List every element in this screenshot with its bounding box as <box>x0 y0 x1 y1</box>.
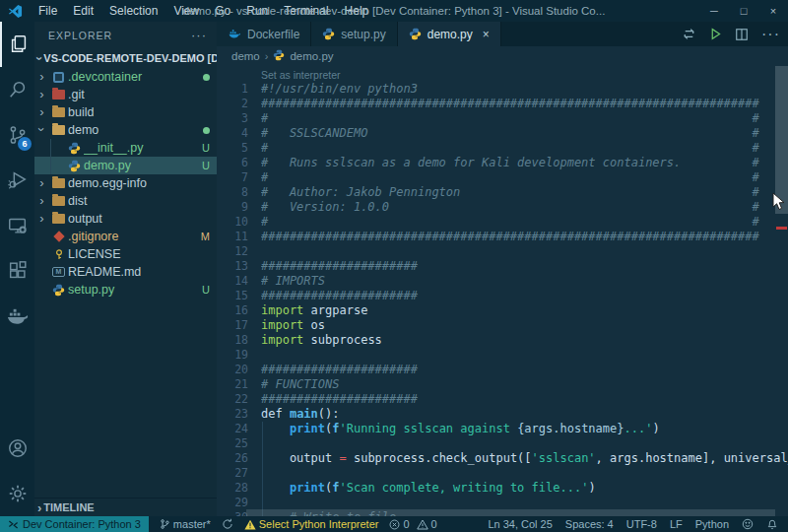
mouse-cursor <box>772 192 785 211</box>
code-line-24: 24 print(f'Running sslscan against {args… <box>217 422 788 436</box>
vscode-window: FileEditSelectionViewGoRunTerminalHelp d… <box>0 0 788 532</box>
tree-item-dist[interactable]: ›dist <box>34 192 217 210</box>
tree-item--devcontainer[interactable]: ›.devcontainer <box>34 68 217 86</box>
menu-selection[interactable]: Selection <box>102 2 164 20</box>
sync-icon[interactable] <box>222 518 233 530</box>
error-icon <box>389 519 400 530</box>
code-line-5: 5# # <box>217 141 788 156</box>
language-mode[interactable]: Python <box>695 518 729 530</box>
minimize-button[interactable]: ─ <box>699 0 729 22</box>
tree-item-label: README.md <box>68 265 210 279</box>
tree-item-output[interactable]: ›output <box>34 210 217 228</box>
menu-view[interactable]: View <box>166 2 206 20</box>
breadcrumb-file[interactable]: demo.py <box>290 50 333 62</box>
tree-item--init-py[interactable]: __init__.pyU <box>34 139 217 157</box>
tree-item-demo-py[interactable]: demo.pyU <box>34 157 217 174</box>
cursor-position[interactable]: Ln 34, Col 25 <box>488 518 552 530</box>
markdown-icon: M <box>49 267 68 277</box>
code-line-4: 4# SSLSCANDEMO # <box>217 126 788 141</box>
tree-item-demo-egg-info[interactable]: ›demo.egg-info <box>34 174 217 192</box>
code-line-29: 29 <box>217 496 788 510</box>
split-editor-icon[interactable] <box>735 28 749 41</box>
more-actions-icon[interactable]: ··· <box>761 26 780 43</box>
tab-setup-py[interactable]: setup.py <box>311 22 397 46</box>
breadcrumb[interactable]: demo › demo.py <box>217 46 788 66</box>
menu-terminal[interactable]: Terminal <box>277 2 335 20</box>
feedback-smiley-icon[interactable] <box>742 518 754 530</box>
chevron-down-icon: › <box>34 56 46 60</box>
status-bar: Dev Container: Python 3 master* Select P… <box>0 516 788 532</box>
encoding[interactable]: UTF-8 <box>626 518 657 530</box>
tree-item--git[interactable]: ›.git <box>34 86 217 103</box>
folder-icon <box>49 214 68 224</box>
tab-demo-py[interactable]: demo.py× <box>398 22 501 46</box>
tree-item-license[interactable]: LICENSE <box>34 245 217 263</box>
tree-item-label: .devcontainer <box>68 70 199 84</box>
menu-edit[interactable]: Edit <box>66 2 100 20</box>
code-line-25: 25 <box>217 436 788 451</box>
eol[interactable]: LF <box>670 518 683 530</box>
gitignore-icon <box>49 233 68 240</box>
code-line-10: 10# # <box>217 215 788 230</box>
activity-bar: 6 <box>0 22 34 516</box>
tree-item-label: setup.py <box>68 283 198 297</box>
git-dot-badge <box>203 71 210 83</box>
run-debug-icon[interactable] <box>0 158 34 203</box>
code-line-11: 11######################################… <box>217 230 788 244</box>
tree-item--gitignore[interactable]: .gitignoreM <box>34 228 217 245</box>
line-number: 1 <box>217 82 248 97</box>
code-line-3: 3# # <box>217 111 788 126</box>
line-number: 26 <box>217 451 248 466</box>
docker-icon[interactable] <box>0 294 34 339</box>
tree-item-setup-py[interactable]: setup.pyU <box>34 281 217 299</box>
remote-indicator[interactable]: Dev Container: Python 3 <box>0 516 149 532</box>
menu-help[interactable]: Help <box>338 2 376 20</box>
search-icon[interactable] <box>0 67 34 112</box>
code-editor[interactable]: Set as interpreter 1#!/usr/bin/env pytho… <box>217 66 788 516</box>
tree-item-readme-md[interactable]: MREADME.md <box>34 263 217 281</box>
chevron-right-icon: › <box>39 88 43 100</box>
folder-icon <box>49 178 68 188</box>
source-control-icon[interactable]: 6 <box>0 112 34 158</box>
menu-run[interactable]: Run <box>239 2 275 20</box>
line-number: 11 <box>217 230 248 244</box>
maximize-button[interactable]: □ <box>729 0 758 22</box>
notifications-bell-icon[interactable] <box>766 518 778 530</box>
tree-item-label: output <box>68 212 210 226</box>
sync-changes-icon[interactable] <box>682 27 696 41</box>
line-number: 20 <box>217 363 248 377</box>
line-number: 9 <box>217 200 248 215</box>
editor-group: Dockerfilesetup.pydemo.py× <box>217 22 788 516</box>
workspace-root-folder[interactable]: › VS-CODE-REMOTE-DEV-DEMO [DEV CO... <box>34 48 217 68</box>
explorer-icon[interactable] <box>0 22 34 67</box>
explorer-actions-icon[interactable]: ··· <box>191 28 207 42</box>
run-file-icon[interactable] <box>709 28 722 40</box>
settings-gear-icon[interactable] <box>0 471 34 516</box>
git-branch-item[interactable]: master* <box>160 518 211 530</box>
tab-dockerfile[interactable]: Dockerfile <box>217 22 311 46</box>
tree-item-build[interactable]: ›build <box>34 103 217 121</box>
indentation[interactable]: Spaces: 4 <box>565 518 614 530</box>
remote-explorer-icon[interactable] <box>0 203 34 248</box>
license-icon <box>49 248 68 261</box>
tree-item-demo[interactable]: ›demo <box>34 121 217 139</box>
code-line-20: 20###################### <box>217 363 788 377</box>
line-number: 2 <box>217 97 248 111</box>
close-tab-icon[interactable]: × <box>483 28 490 41</box>
close-button[interactable]: × <box>758 0 788 22</box>
timeline-section[interactable]: › TIMELINE <box>34 498 217 516</box>
accounts-icon[interactable] <box>0 426 34 471</box>
line-number: 16 <box>217 303 248 318</box>
problems-item[interactable]: 0 0 <box>389 518 436 530</box>
codelens-set-interpreter[interactable]: Set as interpreter <box>217 69 788 82</box>
menu-go[interactable]: Go <box>208 2 237 20</box>
menu-file[interactable]: File <box>32 2 64 20</box>
extensions-icon[interactable] <box>0 248 34 294</box>
git-status-badge: U <box>202 160 210 171</box>
line-number: 27 <box>217 466 248 481</box>
select-interpreter-warning[interactable]: Select Python Interpreter <box>244 518 379 530</box>
breadcrumb-folder[interactable]: demo <box>231 50 260 62</box>
horizontal-scrollbar[interactable] <box>246 509 775 516</box>
overview-ruler-mark <box>776 227 787 230</box>
line-number: 6 <box>217 156 248 170</box>
